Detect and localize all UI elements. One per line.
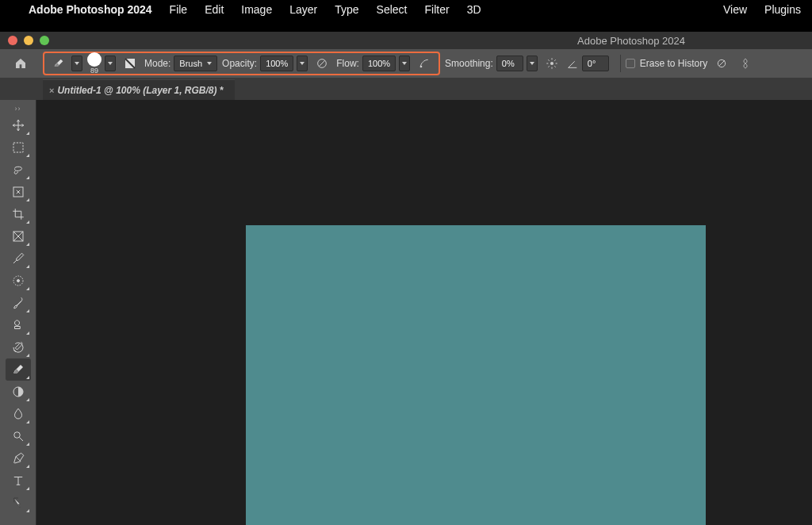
tool-preset-picker[interactable] (49, 54, 68, 73)
crop-tool[interactable] (6, 203, 31, 225)
tools-panel: ›› (0, 100, 36, 525)
brush-tip-icon (87, 52, 102, 67)
angle-icon (566, 57, 579, 70)
erase-history-label: Erase to History (640, 58, 707, 69)
eyedropper-tool[interactable] (6, 247, 31, 270)
menubar-app-name[interactable]: Adobe Photoshop 2024 (29, 3, 152, 16)
angle-field[interactable]: 0° (582, 56, 609, 71)
smoothing-dropdown[interactable] (527, 56, 538, 71)
svg-point-2 (420, 66, 423, 68)
options-bar: 89 Mode: Brush Opacity: 100% (0, 49, 812, 78)
pressure-size-toggle[interactable] (712, 54, 731, 73)
brush-size-value: 89 (90, 67, 98, 75)
history-brush-tool[interactable] (6, 336, 31, 358)
window-titlebar: Adobe Photoshop 2024 (0, 32, 812, 49)
tools-panel-expander[interactable]: ›› (0, 103, 36, 114)
brush-preview[interactable]: 89 (87, 52, 102, 75)
erase-history-checkbox[interactable] (626, 59, 635, 68)
macos-menubar: Adobe Photoshop 2024 File Edit Image Lay… (0, 0, 812, 19)
flow-field[interactable]: 100% (362, 56, 396, 71)
eraser-tool[interactable] (6, 358, 31, 381)
workspace: ›› (0, 100, 812, 525)
symmetry-button[interactable] (736, 54, 755, 73)
window-zoom-button[interactable] (40, 36, 49, 45)
menubar-item-layer[interactable]: Layer (289, 3, 317, 16)
type-tool[interactable] (6, 469, 31, 492)
opacity-dropdown[interactable] (297, 56, 308, 71)
menubar-item-select[interactable]: Select (377, 3, 408, 16)
pressure-opacity-toggle[interactable] (312, 54, 331, 73)
document-tab[interactable]: × Untitled-1 @ 100% (Layer 1, RGB/8) * (43, 79, 235, 100)
tool-preset-dropdown[interactable] (71, 56, 82, 71)
menubar-item-plugins[interactable]: Plugins (764, 3, 801, 16)
flow-label: Flow: (336, 58, 359, 69)
lasso-tool[interactable] (6, 159, 31, 181)
move-tool[interactable] (6, 114, 31, 136)
tab-close-icon[interactable]: × (49, 86, 54, 95)
smoothing-options-button[interactable] (542, 54, 561, 73)
brush-picker-dropdown[interactable] (105, 56, 116, 71)
airbrush-toggle[interactable] (415, 54, 434, 73)
menubar-item-image[interactable]: Image (241, 3, 272, 16)
window-title: Adobe Photoshop 2024 (577, 35, 685, 47)
window-controls (0, 36, 49, 45)
document-tab-bar: × Untitled-1 @ 100% (Layer 1, RGB/8) * (0, 78, 812, 100)
mode-label: Mode: (144, 58, 170, 69)
document-tab-label: Untitled-1 @ 100% (Layer 1, RGB/8) * (57, 85, 223, 96)
smoothing-field[interactable]: 0% (496, 56, 523, 71)
brush-settings-toggle[interactable] (121, 54, 140, 73)
clone-stamp-tool[interactable] (6, 314, 31, 336)
opacity-label: Opacity: (222, 58, 257, 69)
window-minimize-button[interactable] (24, 36, 33, 45)
gradient-tool[interactable] (6, 381, 31, 403)
app-window: Adobe Photoshop 2024 89 (0, 32, 812, 525)
menubar-item-file[interactable]: File (170, 3, 188, 16)
marquee-tool[interactable] (6, 136, 31, 159)
menubar-item-edit[interactable]: Edit (205, 3, 224, 16)
frame-tool[interactable] (6, 225, 31, 247)
object-selection-tool[interactable] (6, 181, 31, 203)
pen-tool[interactable] (6, 447, 31, 469)
dodge-tool[interactable] (6, 425, 31, 447)
smoothing-label: Smoothing: (445, 58, 493, 69)
svg-point-3 (550, 62, 553, 65)
flow-dropdown[interactable] (399, 56, 410, 71)
menubar-item-view[interactable]: View (723, 3, 747, 16)
mode-select[interactable]: Brush (174, 56, 217, 71)
options-highlight: 89 Mode: Brush Opacity: 100% (43, 52, 440, 75)
menubar-item-type[interactable]: Type (335, 3, 358, 16)
brush-tool[interactable] (6, 292, 31, 314)
path-selection-tool[interactable] (6, 492, 31, 514)
window-close-button[interactable] (8, 36, 17, 45)
menubar-item-3d[interactable]: 3D (467, 3, 481, 16)
spot-healing-tool[interactable] (6, 270, 31, 292)
document-canvas[interactable] (246, 225, 706, 525)
blur-tool[interactable] (6, 403, 31, 425)
canvas-area[interactable] (36, 100, 812, 525)
opacity-field[interactable]: 100% (260, 56, 293, 71)
home-button[interactable] (11, 54, 30, 73)
menubar-item-filter[interactable]: Filter (425, 3, 450, 16)
